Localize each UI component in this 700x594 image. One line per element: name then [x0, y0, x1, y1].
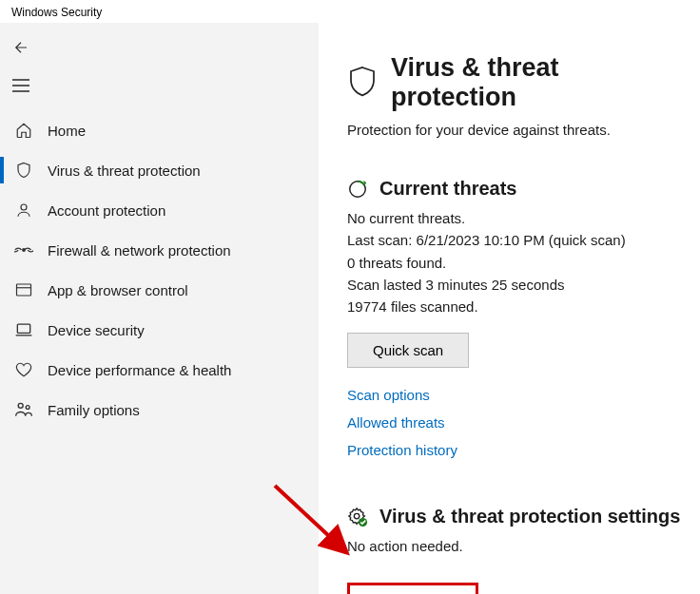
network-icon — [13, 242, 34, 258]
status-text: No current threats. — [347, 207, 690, 229]
sidebar-item-label: Virus & threat protection — [48, 163, 201, 179]
sidebar-item-home[interactable]: Home — [0, 110, 319, 150]
page-subtitle: Protection for your device against threa… — [347, 122, 690, 138]
scan-status-icon — [347, 179, 368, 200]
hamburger-icon — [12, 79, 29, 92]
main-content: Virus & threat protection Protection for… — [319, 23, 700, 594]
page-title: Virus & threat protection — [391, 53, 690, 112]
status-text: 0 threats found. — [347, 252, 690, 274]
svg-point-8 — [18, 403, 23, 408]
back-arrow-icon — [12, 39, 29, 56]
window-title: Windows Security — [0, 0, 700, 23]
status-text: 19774 files scanned. — [347, 296, 690, 317]
sidebar-item-device-security[interactable]: Device security — [0, 310, 319, 350]
sidebar-item-label: Account protection — [48, 202, 165, 219]
back-button[interactable] — [2, 29, 40, 67]
section-title: Virus & threat protection settings — [379, 506, 680, 527]
section-title: Current threats — [379, 178, 516, 200]
sidebar-item-firewall[interactable]: Firewall & network protection — [0, 230, 319, 270]
sidebar-item-family[interactable]: Family options — [0, 390, 319, 430]
laptop-icon — [13, 322, 34, 337]
sidebar-item-label: Device performance & health — [48, 362, 231, 378]
svg-point-11 — [354, 513, 360, 519]
sidebar-item-label: Device security — [48, 322, 145, 338]
status-text: No action needed. — [347, 535, 690, 557]
home-icon — [13, 122, 34, 139]
svg-point-4 — [23, 249, 26, 252]
sidebar-item-label: App & browser control — [48, 282, 188, 298]
sidebar-item-label: Family options — [48, 402, 140, 418]
sidebar-item-label: Home — [48, 123, 86, 139]
gear-check-icon — [347, 507, 368, 527]
protection-history-link[interactable]: Protection history — [347, 442, 457, 458]
person-icon — [13, 201, 34, 219]
status-text: Last scan: 6/21/2023 10:10 PM (quick sca… — [347, 229, 690, 251]
status-text: Scan lasted 3 minutes 25 seconds — [347, 274, 690, 296]
svg-rect-7 — [17, 324, 29, 333]
sidebar: Home Virus & threat protection Account p… — [0, 23, 319, 594]
quick-scan-button[interactable]: Quick scan — [347, 333, 469, 368]
manage-settings-link[interactable]: Manage settings — [347, 583, 478, 595]
shield-icon — [13, 162, 34, 179]
allowed-threats-link[interactable]: Allowed threats — [347, 414, 445, 431]
family-icon — [13, 401, 34, 418]
current-threats-section: Current threats No current threats. Last… — [347, 178, 690, 458]
hamburger-button[interactable] — [2, 67, 40, 105]
svg-rect-5 — [17, 284, 31, 296]
shield-large-icon — [347, 66, 378, 100]
protection-settings-section: Virus & threat protection settings No ac… — [347, 506, 690, 594]
scan-options-link[interactable]: Scan options — [347, 387, 430, 403]
sidebar-item-account[interactable]: Account protection — [0, 190, 319, 230]
sidebar-item-device-performance[interactable]: Device performance & health — [0, 350, 319, 390]
svg-point-3 — [21, 204, 27, 210]
svg-point-9 — [26, 406, 29, 410]
window-icon — [13, 282, 34, 297]
sidebar-item-label: Firewall & network protection — [48, 242, 231, 259]
sidebar-item-app-browser[interactable]: App & browser control — [0, 270, 319, 310]
sidebar-item-virus-threat[interactable]: Virus & threat protection — [0, 150, 319, 190]
heart-icon — [13, 361, 34, 378]
